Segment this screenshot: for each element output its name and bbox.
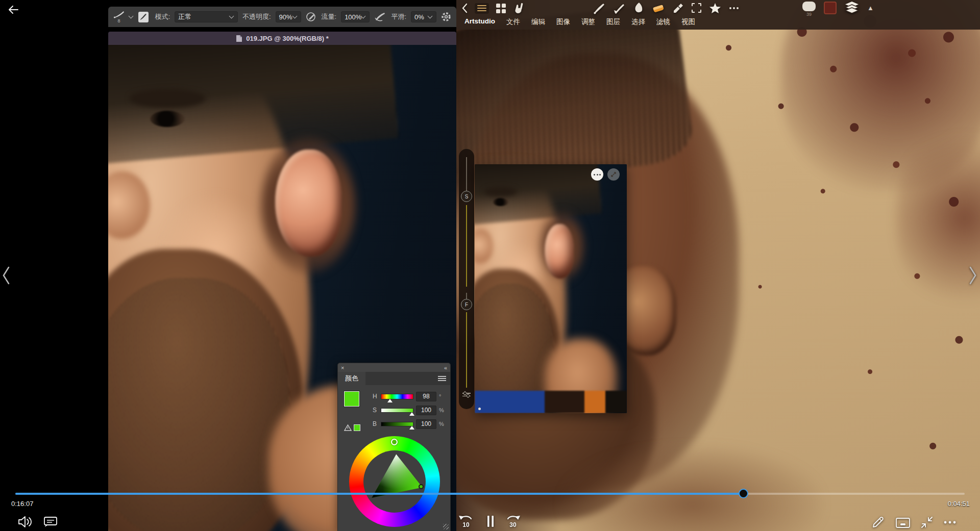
ps-options-toolbar: 8 模式: 正常 不透明度: 90%: [108, 7, 456, 27]
volume-button[interactable]: [17, 515, 33, 528]
close-icon[interactable]: ×: [341, 365, 344, 371]
color-wheel[interactable]: [338, 433, 450, 531]
chevron-down-icon[interactable]: [129, 14, 134, 19]
paintbrush-tool[interactable]: [593, 2, 605, 14]
picture-in-picture-button[interactable]: [895, 517, 911, 529]
gamut-color-chip[interactable]: [354, 424, 360, 431]
airbrush-toggle-button[interactable]: [306, 12, 317, 22]
flow-slider-handle[interactable]: F: [461, 299, 472, 310]
layers-button[interactable]: [845, 2, 859, 14]
artstudio-topbar: 39 ▲ Artstudio 文件 编辑 图像 调整 图层: [456, 0, 980, 30]
smoothing-label: 平滑:: [391, 12, 406, 21]
next-video-button[interactable]: [969, 265, 977, 286]
opacity-select[interactable]: 90%: [276, 11, 301, 22]
menu-artstudio[interactable]: Artstudio: [464, 17, 495, 27]
mode-label: 模式:: [155, 12, 170, 21]
brush-preset-button[interactable]: 8: [113, 11, 125, 23]
gamut-warning: [344, 424, 360, 431]
brightness-value-field[interactable]: 100: [416, 419, 436, 429]
brightness-slider[interactable]: [381, 422, 413, 426]
size-slider-handle[interactable]: S: [461, 191, 472, 202]
mode-select[interactable]: 正常: [175, 11, 238, 22]
captions-button[interactable]: [43, 515, 58, 528]
menu-adjust[interactable]: 调整: [581, 17, 595, 27]
menu-edit[interactable]: 编辑: [531, 17, 545, 27]
reference-expand-button[interactable]: [607, 168, 620, 181]
flow-value: 100%: [345, 13, 361, 21]
more-options-button[interactable]: [943, 520, 957, 524]
brush-size-preview-button[interactable]: 39: [802, 2, 816, 17]
brush-stroke-icon: [113, 11, 125, 18]
eyedropper-tool[interactable]: [673, 3, 684, 14]
panel-menu-icon[interactable]: [438, 376, 446, 381]
color-swatches: [344, 391, 368, 431]
foreground-color-swatch[interactable]: [344, 391, 359, 407]
menu-select[interactable]: 选择: [631, 17, 645, 27]
settings-gear-button[interactable]: [441, 12, 451, 22]
photo-brow-shape: [129, 89, 206, 108]
menu-file[interactable]: 文件: [506, 17, 520, 27]
collapse-panel-icon[interactable]: «: [444, 365, 447, 371]
size-slider-active-track[interactable]: [466, 205, 467, 287]
document-title-bar[interactable]: 019.JPG @ 300%(RGB/8) *: [108, 32, 456, 45]
chevron-down-icon: [229, 14, 234, 19]
smoothing-select[interactable]: 0%: [411, 11, 436, 22]
tab-color[interactable]: 颜色: [338, 372, 365, 385]
size-slider-track[interactable]: [466, 157, 467, 195]
more-tools-button[interactable]: [729, 7, 739, 10]
reference-image-window[interactable]: [475, 164, 627, 413]
selection-tool[interactable]: [692, 3, 701, 13]
brush-panel-toggle-button[interactable]: [138, 12, 149, 22]
rewind-10-button[interactable]: 10: [457, 513, 475, 529]
saturation-unit: %: [439, 407, 444, 413]
smudge-tool[interactable]: [633, 2, 644, 14]
saturation-slider-thumb[interactable]: [409, 412, 414, 416]
forward-30-button[interactable]: 30: [504, 513, 522, 529]
flow-slider-active-track[interactable]: [466, 312, 467, 388]
menu-layer[interactable]: 图层: [606, 17, 620, 27]
eraser-tool-active[interactable]: [652, 3, 665, 14]
saturation-label: S: [373, 407, 378, 414]
photo-ear-shape: [545, 224, 574, 279]
gesture-settings-button[interactable]: [513, 3, 525, 14]
flow-select[interactable]: 100%: [341, 11, 370, 22]
gallery-grid-button[interactable]: [496, 4, 506, 13]
video-player: 8 模式: 正常 不透明度: 90%: [0, 0, 980, 531]
back-chevron-button[interactable]: [461, 3, 468, 13]
back-button[interactable]: [7, 4, 19, 15]
menu-image[interactable]: 图像: [556, 17, 570, 27]
document-icon: [236, 35, 242, 42]
artstudio-menubar: Artstudio 文件 编辑 图像 调整 图层 选择 滤镜 视图: [464, 17, 695, 27]
panel-resize-grip[interactable]: [443, 524, 449, 529]
brightness-slider-thumb[interactable]: [409, 426, 414, 429]
saturation-value-field[interactable]: 100: [416, 406, 436, 415]
artstudio-app: 39 ▲ Artstudio 文件 编辑 图像 调整 图层: [456, 0, 980, 531]
hue-slider[interactable]: [381, 394, 413, 399]
annotate-pencil-button[interactable]: [871, 515, 885, 529]
saturation-slider[interactable]: [381, 408, 413, 413]
photo-jersey-shape: [475, 391, 627, 413]
menu-view[interactable]: 视图: [681, 17, 695, 27]
sv-marker[interactable]: [419, 484, 424, 489]
exit-fullscreen-button[interactable]: [920, 515, 934, 529]
chevron-down-icon: [292, 14, 297, 19]
elapsed-time: 0:16:07: [11, 500, 33, 508]
reference-options-button[interactable]: [591, 168, 603, 181]
hue-marker[interactable]: [391, 439, 398, 445]
progress-thumb[interactable]: [739, 489, 748, 498]
menu-filter[interactable]: 滤镜: [656, 17, 670, 27]
hue-value-field[interactable]: 98: [416, 392, 436, 401]
hue-slider-row: H 98 °: [373, 391, 444, 401]
smoothing-brush-icon: [374, 12, 386, 22]
pause-button[interactable]: [486, 515, 495, 528]
progress-bar[interactable]: [15, 493, 965, 495]
current-color-swatch[interactable]: [824, 2, 837, 14]
main-menu-button[interactable]: [475, 3, 489, 14]
collapse-toolbar-icon[interactable]: ▲: [867, 2, 874, 14]
smoothing-toggle-button[interactable]: [374, 12, 386, 22]
previous-video-button[interactable]: [2, 265, 10, 286]
favorites-star-tool[interactable]: [709, 3, 721, 14]
wet-brush-tool[interactable]: [613, 2, 625, 14]
slider-settings-icon[interactable]: [462, 393, 471, 396]
hue-slider-thumb[interactable]: [387, 399, 393, 402]
